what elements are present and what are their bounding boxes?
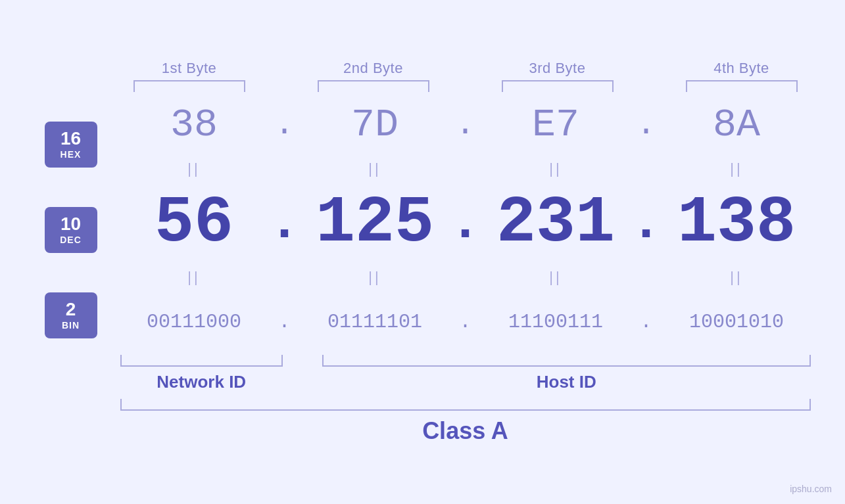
hex-b3: E7 [532, 103, 579, 147]
hex-dot1: . [274, 106, 294, 143]
eq1-b1: || [120, 160, 268, 177]
bracket4 [686, 80, 798, 92]
host-id-label: Host ID [537, 372, 596, 392]
eq1-b3: || [482, 160, 630, 177]
bin-dot3: . [640, 311, 652, 333]
bracket2 [318, 80, 429, 92]
hex-dot2: . [455, 106, 475, 143]
eq2-b1: || [120, 269, 268, 286]
eq1-b4: || [663, 160, 811, 177]
bracket3 [502, 80, 614, 92]
equals-row2: || || || || [114, 266, 817, 289]
byte3-header: 3rd Byte [482, 60, 633, 77]
hex-dot3: . [636, 106, 656, 143]
bin-b1: 00111000 [147, 311, 241, 333]
dec-dot3: . [630, 193, 662, 253]
byte1-header: 1st Byte [114, 60, 265, 77]
hex-row: 38 . 7D . E7 . 8A [114, 92, 817, 158]
dec-badge: 10 DEC [45, 207, 97, 253]
byte4-header: 4th Byte [666, 60, 817, 77]
bin-b3: 11100111 [508, 311, 603, 333]
class-bracket [120, 399, 811, 411]
dec-b4: 138 [677, 186, 796, 260]
base-labels: 16 HEX 10 DEC 2 BIN [28, 92, 114, 355]
class-label: Class A [422, 417, 508, 445]
bin-dot2: . [459, 311, 471, 333]
bin-b4: 10001010 [689, 311, 784, 333]
values-grid: 38 . 7D . E7 . 8A || || || || 56 [114, 92, 817, 355]
byte2-header: 2nd Byte [298, 60, 449, 77]
bin-badge: 2 BIN [45, 292, 97, 338]
bin-dot1: . [278, 311, 290, 333]
dec-b2: 125 [316, 186, 434, 260]
hex-b1: 38 [170, 103, 218, 147]
dec-b1: 56 [155, 186, 233, 260]
eq1-b2: || [301, 160, 449, 177]
network-id-label: Network ID [157, 372, 246, 392]
hex-b2: 7D [351, 103, 398, 147]
eq2-b3: || [482, 269, 630, 286]
equals-row1: || || || || [114, 158, 817, 181]
host-id-bracket [322, 355, 811, 367]
bracket1 [133, 80, 245, 92]
dec-b3: 231 [496, 186, 615, 260]
main-container: 1st Byte 2nd Byte 3rd Byte 4th Byte [28, 47, 817, 458]
watermark: ipshu.com [790, 484, 832, 494]
bin-row: 00111000 . 01111101 . 11100111 . 1000101… [114, 289, 817, 355]
dec-dot2: . [449, 193, 481, 253]
dec-dot1: . [268, 193, 300, 253]
bin-b2: 01111101 [327, 311, 422, 333]
network-id-bracket [120, 355, 283, 367]
dec-row: 56 . 125 . 231 . 138 [114, 181, 817, 266]
eq2-b2: || [301, 269, 449, 286]
eq2-b4: || [663, 269, 811, 286]
hex-badge: 16 HEX [45, 122, 97, 168]
content-rows: 16 HEX 10 DEC 2 BIN 38 . 7D . E7 . 8A [28, 92, 817, 355]
hex-b4: 8A [713, 103, 760, 147]
